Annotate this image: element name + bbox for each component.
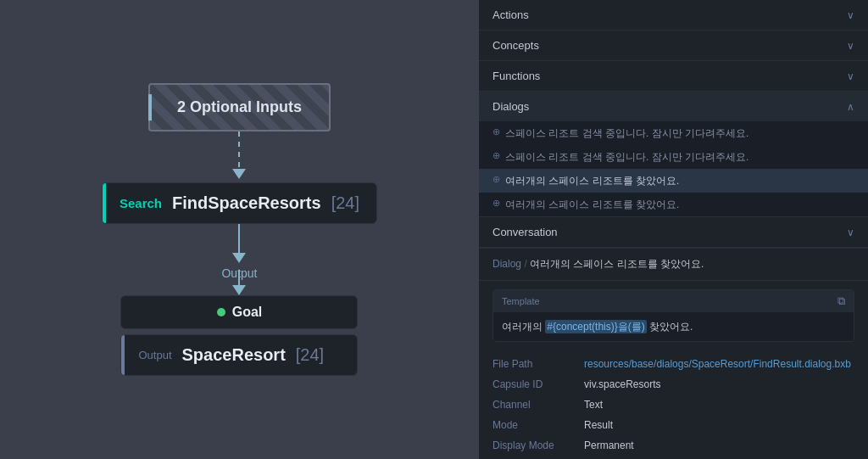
output-tag: Output (138, 349, 171, 361)
chevron-concepts-icon: ∨ (847, 40, 854, 52)
chevron-functions-icon: ∨ (847, 70, 854, 82)
accordion-dialogs-header[interactable]: Dialogs ∧ (479, 92, 868, 121)
solid-line-2 (238, 270, 240, 285)
accordion-functions: Functions ∨ (479, 61, 868, 92)
template-label-row: Template ⧉ (493, 290, 854, 312)
optional-inputs-box: 2 Optional Inputs (148, 83, 331, 132)
dialog-item-1[interactable]: ⊕ 스페이스 리조트 검색 중입니다. 잠시만 기다려주세요. (479, 145, 868, 169)
accordion-actions-label: Actions (492, 8, 529, 21)
breadcrumb-prefix: Dialog (492, 258, 521, 270)
arrow-head-1 (232, 253, 246, 263)
dialog-item-0[interactable]: ⊕ 스페이스 리조트 검색 중입니다. 잠시만 기다려주세요. (479, 121, 868, 145)
copy-icon[interactable]: ⧉ (837, 294, 845, 308)
dialog-text-1: 스페이스 리조트 검색 중입니다. 잠시만 기다려주세요. (505, 149, 748, 165)
accordion-conversation: Conversation ∨ (479, 217, 868, 248)
accordion-concepts-header[interactable]: Concepts ∨ (479, 31, 868, 60)
accordion-conversation-label: Conversation (492, 226, 558, 238)
plus-icon-0: ⊕ (492, 126, 500, 137)
solid-line-1 (238, 224, 240, 253)
accordion-dialogs-label: Dialogs (492, 100, 529, 113)
dialog-item-3[interactable]: ⊕ 여러개의 스페이스 리조트를 찾았어요. (479, 193, 868, 216)
accordion-functions-label: Functions (492, 70, 540, 82)
detail-row-1: Capsule ID viv.spaceResorts (479, 374, 868, 395)
output-node-name: SpaceResort (182, 345, 286, 365)
template-content: 여러개의 #{concept(this)}을(를) 찾았어요. (493, 312, 854, 341)
detail-row-4: Display Mode Permanent (479, 435, 868, 456)
accordion-dialogs: Dialogs ∧ ⊕ 스페이스 리조트 검색 중입니다. 잠시만 기다려주세요… (479, 92, 868, 217)
node-title: FindSpaceResorts (172, 193, 321, 213)
detail-key-1: Capsule ID (492, 378, 577, 390)
dialog-text-0: 스페이스 리조트 검색 중입니다. 잠시만 기다려주세요. (505, 126, 748, 141)
output-node[interactable]: Output SpaceResort [24] (120, 334, 358, 376)
chevron-dialogs-icon: ∧ (847, 101, 854, 113)
detail-value-0[interactable]: resources/base/dialogs/SpaceResort/FindR… (584, 358, 851, 370)
flow-container: 2 Optional Inputs Search FindSpaceResort… (102, 83, 377, 376)
dialog-item-2[interactable]: ⊕ 여러개의 스페이스 리조트를 찾았어요. (479, 169, 868, 193)
arrow-head-down (232, 169, 246, 179)
accordion-concepts-label: Concepts (492, 39, 539, 52)
output-node-count: [24] (296, 345, 324, 365)
arrow-head-2 (232, 285, 246, 295)
detail-row-0: File Path resources/base/dialogs/SpaceRe… (479, 354, 868, 374)
detail-value-3: Result (584, 419, 613, 431)
goal-label: Goal (232, 305, 263, 320)
template-highlight: #{concept(this)}을(를) (545, 320, 646, 333)
right-panel: Actions ∨ Concepts ∨ Functions ∨ Dialogs… (479, 0, 868, 459)
breadcrumb-title: 여러개의 스페이스 리조트를 찾았어요. (530, 258, 704, 270)
detail-row-3: Mode Result (479, 415, 868, 435)
flow-panel: 2 Optional Inputs Search FindSpaceResort… (0, 0, 479, 459)
plus-icon-2: ⊕ (492, 174, 500, 185)
detail-key-3: Mode (492, 419, 577, 431)
goal-dot (217, 308, 225, 316)
detail-header: Dialog / 여러개의 스페이스 리조트를 찾았어요. (479, 249, 868, 281)
solid-arrow-1 (232, 224, 246, 266)
dialog-text-2: 여러개의 스페이스 리조트를 찾았어요. (505, 173, 679, 188)
accordion-conversation-header[interactable]: Conversation ∨ (479, 217, 868, 247)
chevron-conversation-icon: ∨ (847, 227, 854, 238)
template-label-text: Template (502, 296, 540, 306)
template-after: 찾았어요. (647, 321, 693, 333)
detail-value-2: Text (584, 399, 603, 411)
dashed-arrow (232, 132, 246, 182)
template-box: Template ⧉ 여러개의 #{concept(this)}을(를) 찾았어… (492, 289, 854, 342)
dashed-line (238, 132, 240, 169)
detail-panel: Dialog / 여러개의 스페이스 리조트를 찾았어요. Template ⧉… (479, 248, 868, 459)
accordion-concepts: Concepts ∨ (479, 31, 868, 61)
search-node[interactable]: Search FindSpaceResorts [24] (102, 182, 377, 224)
detail-key-0: File Path (492, 358, 577, 370)
plus-icon-1: ⊕ (492, 150, 500, 161)
detail-row-2: Channel Text (479, 395, 868, 415)
dialog-text-3: 여러개의 스페이스 리조트를 찾았어요. (505, 197, 679, 212)
detail-value-4: Permanent (584, 439, 634, 451)
optional-inputs-label: 2 Optional Inputs (177, 98, 302, 115)
solid-arrow-2 (232, 270, 246, 295)
accordion-actions-header[interactable]: Actions ∨ (479, 0, 868, 30)
detail-table: File Path resources/base/dialogs/SpaceRe… (479, 350, 868, 459)
detail-value-1: viv.spaceResorts (584, 378, 660, 390)
chevron-actions-icon: ∨ (847, 9, 854, 21)
goal-node: Goal (120, 295, 358, 329)
template-before: 여러개의 (502, 321, 545, 333)
accordion-actions: Actions ∨ (479, 0, 868, 31)
detail-key-4: Display Mode (492, 439, 577, 451)
detail-row-5: Binding ⊕ { this:"spaceResorts.SpaceReso… (479, 456, 868, 459)
detail-key-2: Channel (492, 399, 577, 411)
node-count: [24] (331, 193, 359, 213)
dialogs-content: ⊕ 스페이스 리조트 검색 중입니다. 잠시만 기다려주세요. ⊕ 스페이스 리… (479, 121, 868, 216)
accordion-functions-header[interactable]: Functions ∨ (479, 61, 868, 91)
plus-icon-3: ⊕ (492, 198, 500, 209)
search-label: Search (120, 196, 162, 210)
